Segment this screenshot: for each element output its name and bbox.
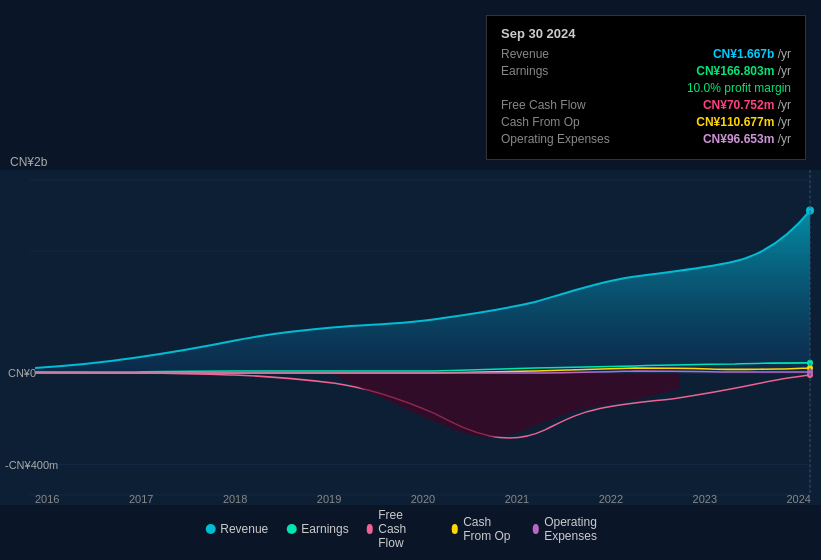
legend-label-cashop: Cash From Op xyxy=(463,515,514,543)
x-label-2018: 2018 xyxy=(223,493,247,505)
x-label-2021: 2021 xyxy=(505,493,529,505)
legend-label-earnings: Earnings xyxy=(301,522,348,536)
earnings-value: CN¥166.803m /yr xyxy=(696,64,791,78)
x-label-2023: 2023 xyxy=(693,493,717,505)
opex-label: Operating Expenses xyxy=(501,132,631,146)
legend-dot-earnings xyxy=(286,524,296,534)
legend-label-fcf: Free Cash Flow xyxy=(378,508,433,550)
info-panel: Sep 30 2024 Revenue CN¥1.667b /yr Earnin… xyxy=(486,15,806,160)
panel-date: Sep 30 2024 xyxy=(501,26,791,41)
legend-dot-revenue xyxy=(205,524,215,534)
legend-earnings[interactable]: Earnings xyxy=(286,522,348,536)
revenue-value: CN¥1.667b /yr xyxy=(713,47,791,61)
revenue-label: Revenue xyxy=(501,47,631,61)
y-label-top: CN¥2b xyxy=(10,155,47,169)
revenue-row: Revenue CN¥1.667b /yr xyxy=(501,47,791,61)
svg-text:CN¥0: CN¥0 xyxy=(8,367,36,379)
cashop-value: CN¥110.677m /yr xyxy=(696,115,791,129)
legend-opex[interactable]: Operating Expenses xyxy=(533,515,616,543)
legend-revenue[interactable]: Revenue xyxy=(205,522,268,536)
chart-wrapper: CN¥0 -CN¥400m xyxy=(0,170,821,505)
chart-legend: Revenue Earnings Free Cash Flow Cash Fro… xyxy=(205,508,616,550)
profit-margin: 10.0% profit margin xyxy=(501,81,791,95)
opex-value: CN¥96.653m /yr xyxy=(703,132,791,146)
x-label-2019: 2019 xyxy=(317,493,341,505)
x-label-2017: 2017 xyxy=(129,493,153,505)
legend-cashop[interactable]: Cash From Op xyxy=(452,515,515,543)
legend-dot-opex xyxy=(533,524,540,534)
x-label-2020: 2020 xyxy=(411,493,435,505)
fcf-label: Free Cash Flow xyxy=(501,98,631,112)
legend-dot-fcf xyxy=(367,524,374,534)
fcf-value: CN¥70.752m /yr xyxy=(703,98,791,112)
svg-text:-CN¥400m: -CN¥400m xyxy=(5,459,58,471)
fcf-row: Free Cash Flow CN¥70.752m /yr xyxy=(501,98,791,112)
x-axis: 2016 2017 2018 2019 2020 2021 2022 2023 … xyxy=(35,493,811,505)
legend-label-revenue: Revenue xyxy=(220,522,268,536)
legend-dot-cashop xyxy=(452,524,459,534)
earnings-label: Earnings xyxy=(501,64,631,78)
cashop-label: Cash From Op xyxy=(501,115,631,129)
x-label-2016: 2016 xyxy=(35,493,59,505)
main-chart-svg: CN¥0 -CN¥400m xyxy=(0,170,821,505)
x-label-2022: 2022 xyxy=(599,493,623,505)
legend-fcf[interactable]: Free Cash Flow xyxy=(367,508,434,550)
opex-row: Operating Expenses CN¥96.653m /yr xyxy=(501,132,791,146)
x-label-2024: 2024 xyxy=(787,493,811,505)
earnings-row: Earnings CN¥166.803m /yr xyxy=(501,64,791,78)
cashop-row: Cash From Op CN¥110.677m /yr xyxy=(501,115,791,129)
legend-label-opex: Operating Expenses xyxy=(544,515,616,543)
